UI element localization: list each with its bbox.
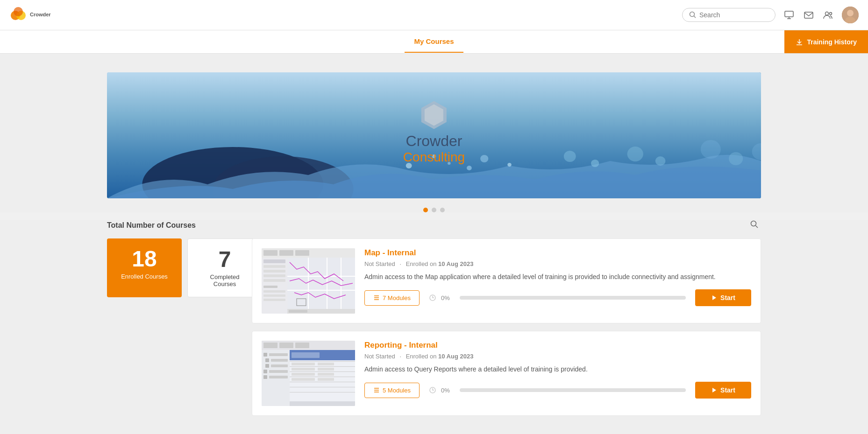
svg-point-26 bbox=[655, 156, 666, 166]
course-card-reporting: Reporting - Internal Not Started · Enrol… bbox=[252, 331, 761, 416]
svg-rect-71 bbox=[265, 358, 269, 362]
svg-rect-94 bbox=[318, 368, 334, 371]
enrolled-count: 18 bbox=[118, 248, 171, 270]
svg-rect-91 bbox=[292, 373, 315, 376]
search-box[interactable] bbox=[682, 8, 776, 22]
progress-bar-bg-reporting bbox=[460, 388, 686, 392]
svg-rect-8 bbox=[804, 12, 813, 18]
enrolled-courses-card: 18 Enrolled Courses bbox=[107, 238, 182, 297]
content-area: 18 Enrolled Courses 7 Completed Courses bbox=[107, 238, 761, 416]
banner-logo-subtitle: Consulting bbox=[403, 150, 465, 166]
svg-marker-62 bbox=[712, 295, 716, 300]
svg-rect-46 bbox=[263, 290, 285, 293]
svg-rect-70 bbox=[269, 353, 288, 356]
course-meta-reporting: Not Started · Enrolled on 10 Aug 2023 bbox=[364, 353, 751, 360]
svg-point-21 bbox=[480, 155, 488, 162]
course-enrolled-map: Enrolled on 10 Aug 2023 bbox=[406, 260, 474, 267]
svg-point-20 bbox=[467, 166, 472, 170]
logo-area: Crowder bbox=[9, 6, 51, 24]
logo-icon bbox=[9, 6, 27, 24]
svg-point-27 bbox=[701, 140, 721, 159]
svg-rect-69 bbox=[263, 353, 267, 357]
svg-rect-45 bbox=[263, 286, 277, 288]
svg-point-32 bbox=[751, 221, 756, 226]
monitor-icon[interactable] bbox=[783, 9, 795, 21]
download-icon bbox=[796, 38, 803, 46]
enrolled-label: Enrolled Courses bbox=[118, 273, 171, 280]
avatar-image bbox=[842, 7, 859, 23]
section-header: Total Number of Courses bbox=[107, 220, 761, 231]
svg-rect-78 bbox=[269, 376, 288, 378]
svg-rect-47 bbox=[263, 294, 285, 297]
svg-rect-49 bbox=[287, 258, 355, 314]
course-description-reporting: Admin access to Query Reports where a de… bbox=[364, 364, 751, 374]
main-content: Total Number of Courses 18 Enrolled Cour… bbox=[107, 220, 761, 416]
svg-rect-37 bbox=[279, 250, 293, 256]
svg-rect-38 bbox=[295, 250, 309, 256]
carousel-dot-3[interactable] bbox=[440, 208, 445, 212]
svg-point-28 bbox=[729, 152, 743, 165]
svg-rect-42 bbox=[263, 270, 285, 273]
svg-rect-75 bbox=[263, 370, 267, 373]
progress-icon-reporting bbox=[429, 386, 436, 394]
section-search-icon[interactable] bbox=[750, 220, 761, 231]
svg-rect-86 bbox=[290, 382, 355, 382]
svg-point-24 bbox=[591, 160, 599, 167]
svg-rect-93 bbox=[318, 363, 334, 365]
svg-point-29 bbox=[752, 143, 761, 160]
start-button-map[interactable]: Start bbox=[695, 289, 751, 306]
search-input[interactable] bbox=[699, 11, 768, 19]
course-info-reporting: Reporting - Internal Not Started · Enrol… bbox=[364, 341, 751, 399]
progress-bar-bg-map bbox=[460, 296, 686, 300]
course-meta-map: Not Started · Enrolled on 10 Aug 2023 bbox=[364, 260, 751, 267]
avatar[interactable] bbox=[842, 7, 859, 23]
header: Crowder bbox=[0, 0, 868, 30]
svg-line-33 bbox=[756, 226, 758, 228]
svg-rect-43 bbox=[263, 274, 285, 277]
svg-rect-5 bbox=[785, 11, 793, 17]
course-status-reporting: Not Started bbox=[364, 353, 395, 360]
modules-button-map[interactable]: 7 Modules bbox=[364, 290, 420, 306]
carousel-dot-2[interactable] bbox=[432, 208, 436, 212]
svg-rect-74 bbox=[271, 364, 288, 367]
svg-marker-102 bbox=[712, 388, 716, 392]
completed-courses-card: 7 Completed Courses bbox=[187, 238, 262, 297]
svg-rect-81 bbox=[292, 352, 320, 358]
start-button-reporting[interactable]: Start bbox=[695, 382, 751, 399]
banner-logo-name: Crowder bbox=[403, 133, 465, 149]
list-icon bbox=[373, 294, 380, 301]
svg-rect-44 bbox=[263, 279, 285, 282]
play-icon-map bbox=[711, 295, 717, 301]
svg-rect-90 bbox=[292, 368, 315, 371]
progress-area-map: 0% bbox=[429, 294, 686, 301]
my-courses-tab[interactable]: My Courses bbox=[405, 31, 463, 53]
svg-point-22 bbox=[507, 163, 512, 167]
course-description-map: Admin access to the Map application wher… bbox=[364, 272, 751, 282]
mail-icon[interactable] bbox=[803, 9, 815, 21]
svg-rect-48 bbox=[263, 299, 285, 301]
svg-rect-88 bbox=[290, 392, 355, 392]
svg-rect-82 bbox=[290, 361, 355, 362]
search-icon bbox=[689, 11, 697, 19]
course-title-reporting: Reporting - Internal bbox=[364, 341, 751, 350]
section-title: Total Number of Courses bbox=[107, 221, 196, 230]
svg-rect-65 bbox=[263, 343, 277, 348]
svg-rect-92 bbox=[292, 378, 315, 381]
course-enrolled-reporting: Enrolled on 10 Aug 2023 bbox=[406, 353, 474, 360]
header-right-area bbox=[682, 7, 859, 23]
svg-rect-96 bbox=[318, 378, 334, 381]
svg-point-2 bbox=[14, 7, 23, 16]
svg-rect-66 bbox=[279, 343, 293, 348]
modules-button-reporting[interactable]: 5 Modules bbox=[364, 383, 420, 398]
progress-area-reporting: 0% bbox=[429, 386, 686, 394]
svg-rect-72 bbox=[271, 359, 288, 362]
svg-rect-40 bbox=[263, 259, 285, 263]
banner-logo-icon bbox=[418, 98, 450, 131]
play-icon-reporting bbox=[711, 387, 717, 393]
users-icon[interactable] bbox=[822, 9, 834, 21]
svg-rect-36 bbox=[263, 250, 277, 256]
list-icon-reporting bbox=[373, 387, 380, 393]
carousel-dot-1[interactable] bbox=[423, 208, 428, 212]
training-history-button[interactable]: Training History bbox=[784, 30, 868, 53]
courses-list: Map - Internal Not Started · Enrolled on… bbox=[252, 238, 761, 416]
